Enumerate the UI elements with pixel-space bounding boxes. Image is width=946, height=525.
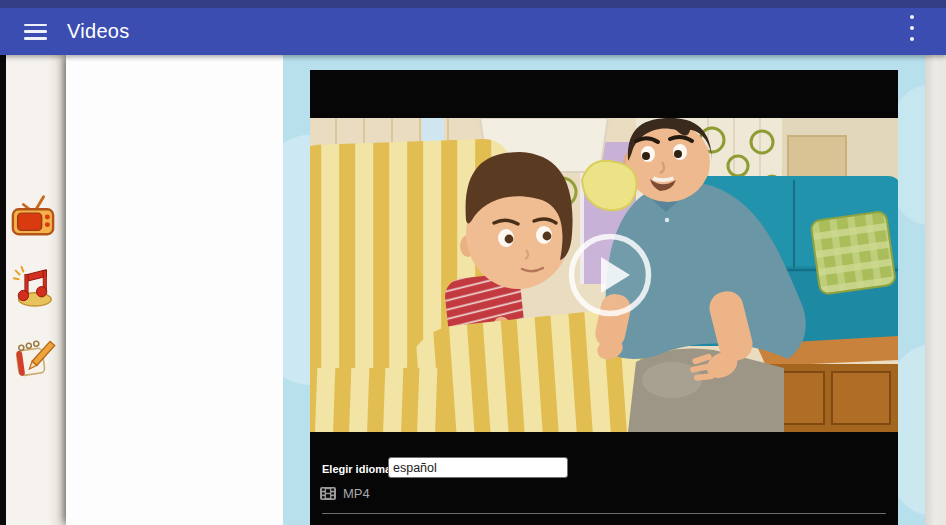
content-area: Elegir idioma MP4	[283, 55, 925, 525]
video-player-card: Elegir idioma MP4	[310, 70, 898, 525]
format-item-mp4[interactable]: MP4	[320, 486, 370, 501]
clipped-list-item-fragment	[322, 519, 342, 525]
language-input[interactable]	[388, 457, 568, 478]
status-bar	[0, 0, 946, 8]
video-list-panel	[66, 55, 283, 525]
format-label: MP4	[343, 486, 370, 501]
hamburger-menu-icon[interactable]	[24, 24, 47, 40]
app-bar: Videos	[0, 8, 946, 55]
language-label: Elegir idioma	[322, 463, 391, 475]
divider	[322, 513, 886, 514]
film-icon	[320, 487, 336, 500]
play-icon[interactable]	[568, 233, 652, 317]
music-notes-icon[interactable]	[10, 262, 56, 308]
kebab-menu-icon[interactable]	[904, 15, 920, 41]
app-window: Videos	[0, 0, 946, 525]
right-edge-panel	[925, 55, 946, 525]
sidebar	[6, 55, 66, 525]
tv-icon[interactable]	[10, 193, 56, 239]
page-title: Videos	[67, 20, 130, 43]
notepad-pencil-icon[interactable]	[10, 335, 56, 381]
